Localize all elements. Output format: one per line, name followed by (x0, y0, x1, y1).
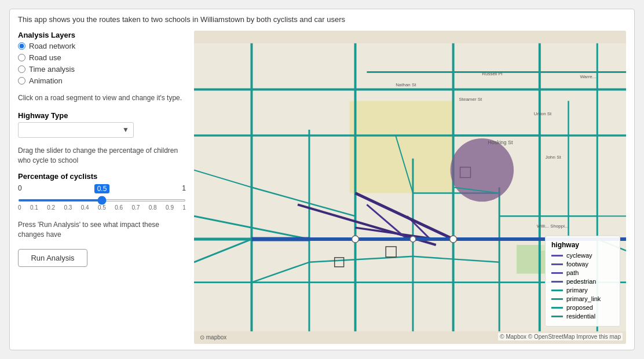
legend-item-path: path (551, 269, 614, 276)
legend-color-path (551, 272, 563, 274)
slider-tick-labels: 0 0.1 0.2 0.3 0.4 0.5 0.6 0.7 0.8 0.9 1 (18, 204, 186, 211)
highway-type-title: Highway Type (18, 111, 186, 120)
svg-text:Warre...: Warre... (580, 74, 596, 79)
legend-label-primary: primary (566, 287, 588, 294)
radio-road-use[interactable]: Road use (18, 53, 186, 62)
legend-label-pedestrian: pedestrian (566, 278, 596, 285)
legend-label-cycleway: cycleway (566, 252, 592, 259)
legend-item-primary-link: primary_link (551, 295, 614, 302)
svg-text:John St: John St (546, 155, 562, 160)
legend-item-proposed: proposed (551, 304, 614, 311)
legend-color-cycleway (551, 255, 563, 257)
legend-color-footway (551, 263, 563, 265)
legend-item-primary: primary (551, 287, 614, 294)
radio-input-animation[interactable] (18, 77, 25, 85)
svg-point-38 (450, 236, 457, 243)
legend-label-proposed: proposed (566, 304, 593, 311)
mapbox-logo: ⊙ mapbox (200, 334, 226, 340)
legend-label-footway: footway (566, 261, 588, 268)
svg-point-36 (352, 236, 359, 243)
highway-dropdown-wrapper: cycleway footway path pedestrian primary… (18, 122, 134, 138)
app-container: This app shows you the routes taken to t… (9, 9, 635, 350)
map-legend: highway cycleway footway path pedestrian (545, 236, 620, 327)
radio-label-road-use: Road use (29, 53, 61, 62)
press-hint: Press 'Run Analysis' to see what impact … (18, 220, 186, 240)
svg-rect-2 (350, 101, 453, 193)
slider-current-value: 0.5 (94, 184, 110, 193)
svg-point-37 (410, 236, 416, 242)
legend-item-pedestrian: pedestrian (551, 278, 614, 285)
analysis-layers-section: Analysis Layers Road network Road use Ti… (18, 31, 186, 90)
svg-text:Nathan St: Nathan St (396, 82, 416, 87)
legend-color-residential (551, 316, 563, 317)
legend-item-cycleway: cycleway (551, 252, 614, 259)
run-analysis-button[interactable]: Run Analysis (18, 249, 87, 267)
svg-text:Willi... Shoppi...: Willi... Shoppi... (537, 224, 569, 229)
highway-type-select[interactable]: cycleway footway path pedestrian primary… (18, 122, 134, 138)
analysis-layers-title: Analysis Layers (18, 31, 186, 39)
svg-text:Union St: Union St (534, 111, 552, 116)
legend-label-path: path (566, 269, 579, 276)
map-area[interactable]: Hosking St Union St Russell Pl Warre... … (194, 31, 626, 344)
legend-color-primary-link (551, 298, 563, 300)
slider-wrapper (18, 195, 186, 203)
radio-label-road-network: Road network (29, 42, 75, 50)
svg-point-42 (451, 138, 514, 202)
legend-color-primary (551, 290, 563, 291)
radio-label-time-analysis: Time analysis (29, 65, 75, 74)
legend-color-proposed (551, 307, 563, 309)
slider-section: Percentage of cyclists 0 0.5 1 0 0.1 0.2… (18, 172, 186, 211)
radio-input-road-use[interactable] (18, 54, 25, 61)
click-hint: Click on a road segment to view and chan… (18, 93, 186, 103)
svg-text:Russell Pl: Russell Pl (482, 71, 503, 76)
radio-road-network[interactable]: Road network (18, 42, 186, 50)
legend-item-footway: footway (551, 261, 614, 268)
legend-title: highway (551, 241, 614, 249)
legend-label-residential: residential (566, 313, 595, 320)
cyclists-slider[interactable] (18, 199, 186, 202)
radio-input-time-analysis[interactable] (18, 65, 25, 73)
legend-item-residential: residential (551, 313, 614, 320)
main-content: Analysis Layers Road network Road use Ti… (18, 31, 626, 344)
radio-label-animation: Animation (29, 76, 63, 85)
slider-min-label: 0 (18, 184, 22, 193)
svg-text:Hosking St: Hosking St (488, 140, 513, 145)
highway-type-section: Highway Type cycleway footway path pedes… (18, 111, 186, 138)
radio-group: Road network Road use Time analysis Anim… (18, 42, 186, 85)
svg-text:Steamer St: Steamer St (459, 97, 482, 102)
app-description: This app shows you the routes taken to t… (18, 15, 626, 26)
slider-max-label: 1 (182, 184, 186, 193)
percentage-title: Percentage of cyclists (18, 172, 186, 181)
radio-time-analysis[interactable]: Time analysis (18, 65, 186, 74)
drag-hint: Drag the slider to change the percentage… (18, 146, 186, 166)
sidebar: Analysis Layers Road network Road use Ti… (18, 31, 186, 344)
legend-color-pedestrian (551, 281, 563, 283)
radio-animation[interactable]: Animation (18, 76, 186, 85)
radio-input-road-network[interactable] (18, 42, 25, 50)
slider-range-labels: 0 0.5 1 (18, 184, 186, 193)
map-attribution: © Mapbox © OpenStreetMap Improve this ma… (498, 333, 623, 340)
legend-label-primary-link: primary_link (566, 295, 601, 302)
